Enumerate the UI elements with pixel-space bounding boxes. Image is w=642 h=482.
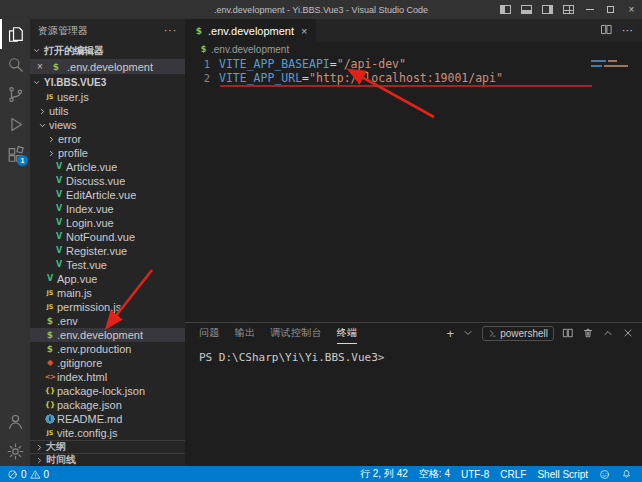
tree-folder-error[interactable]: error [30,132,185,146]
code-line-2[interactable]: 2VITE_APP_URL="http://localhost:19001/ap… [185,71,642,85]
eol-sequence[interactable]: CRLF [500,469,526,480]
search-icon[interactable] [0,49,30,79]
customize-layout-icon[interactable] [558,0,579,19]
minimap[interactable] [591,60,639,70]
extensions-icon[interactable]: 1 [0,139,30,169]
chevron-down-icon [30,46,42,55]
titlebar-controls: × [495,0,642,19]
tree-file-main.js[interactable]: JSmain.js [30,286,185,300]
error-icon [7,469,18,480]
panel-tab-terminal[interactable]: 终端 [337,323,358,344]
json-file-icon: {} [43,398,57,412]
toggle-panel-icon[interactable] [516,0,537,19]
account-icon[interactable] [0,406,30,436]
tree-file-package-lock.json[interactable]: {}package-lock.json [30,384,185,398]
split-editor-icon[interactable] [600,22,613,40]
vue-file-icon: V [52,244,66,258]
terminal-dropdown-icon[interactable] [462,325,474,343]
file-label: profile [58,147,88,159]
file-label: Index.vue [66,203,114,215]
status-bar: 0 0 行 2, 列 42 空格: 4 UTF-8 CRLF Shell Scr… [0,466,642,482]
tree-file-package.json[interactable]: {}package.json [30,398,185,412]
tree-file-user.js[interactable]: JSuser.js [30,90,185,104]
language-mode[interactable]: Shell Script [537,469,588,480]
tab-close-icon[interactable]: × [301,25,307,37]
toggle-primary-sidebar-icon[interactable] [495,0,516,19]
chevron-right-icon [33,456,45,465]
tree-file-permission.js[interactable]: JSpermission.js [30,300,185,314]
code-line-1[interactable]: 1VITE_APP_BASEAPI="/api-dev" [185,57,642,71]
file-label: permission.js [57,301,121,313]
open-editors-header[interactable]: 打开的编辑器 [30,42,185,59]
minimize-button[interactable] [579,0,600,19]
tree-file-Article.vue[interactable]: VArticle.vue [30,160,185,174]
code-editor[interactable]: 1VITE_APP_BASEAPI="/api-dev"2VITE_APP_UR… [185,57,642,322]
feedback-smiley-icon[interactable] [599,469,610,480]
breadcrumb[interactable]: $ .env.development [185,42,642,57]
indentation[interactable]: 空格: 4 [419,467,450,481]
env-file-icon: $ [43,314,57,328]
sidebar-section-outline[interactable]: 大纲 [30,440,185,453]
panel-header: 问题输出调试控制台终端 + powershell [185,323,642,344]
shell-selector-button[interactable]: powershell [482,326,554,341]
js-file-icon: JS [43,286,57,300]
maximize-panel-icon[interactable] [602,325,614,343]
editor-area: $ .env.development × ⋯ $ .env.developmen… [185,19,642,466]
source-control-icon[interactable] [0,79,30,109]
code-text: VITE_APP_BASEAPI="/api-dev" [219,57,406,71]
tree-file-NotFound.vue[interactable]: VNotFound.vue [30,230,185,244]
tree-file-App.vue[interactable]: VApp.vue [30,272,185,286]
project-root-header[interactable]: YI.BBS.VUE3 [30,74,185,90]
run-debug-icon[interactable] [0,109,30,139]
sidebar-section-timeline[interactable]: 时间线 [30,453,185,466]
tree-file-.gitignore[interactable]: ◆.gitignore [30,356,185,370]
close-icon[interactable]: × [37,61,45,72]
close-window-button[interactable]: × [621,0,642,19]
explorer-icon[interactable] [0,19,30,49]
warning-icon [30,469,41,480]
tree-file-.env[interactable]: $.env [30,314,185,328]
sidebar-more-actions-icon[interactable]: ··· [164,25,177,36]
env-file-icon: $ [43,342,57,356]
toggle-secondary-sidebar-icon[interactable] [537,0,558,19]
tree-file-.env.production[interactable]: $.env.production [30,342,185,356]
open-editor-item[interactable]: × $ .env.development [30,59,185,74]
env-file-icon: $ [43,328,57,342]
tree-file-Test.vue[interactable]: VTest.vue [30,258,185,272]
panel-tab-output[interactable]: 输出 [235,323,256,344]
file-label: error [58,133,81,145]
panel-tab-debug-console[interactable]: 调试控制台 [270,323,322,344]
new-terminal-icon[interactable]: + [447,326,455,341]
split-terminal-icon[interactable] [562,325,574,343]
tree-file-Discuss.vue[interactable]: VDiscuss.vue [30,174,185,188]
maximize-button[interactable] [600,0,621,19]
js-file-icon: JS [43,90,57,104]
cursor-position[interactable]: 行 2, 列 42 [360,467,408,481]
settings-gear-icon[interactable] [0,436,30,466]
tree-file-Login.vue[interactable]: VLogin.vue [30,216,185,230]
tab-env-development[interactable]: $ .env.development × [185,19,316,42]
notifications-bell-icon[interactable] [621,469,632,480]
close-panel-icon[interactable] [622,325,634,343]
token-operator: = [302,71,309,85]
tree-file-vite.config.js[interactable]: JSvite.config.js [30,426,185,440]
vscode-window: .env.development - Yi.BBS.Vue3 - Visual … [0,0,642,482]
tree-file-EditArticle.vue[interactable]: VEditArticle.vue [30,188,185,202]
tree-file-index.html[interactable]: <>index.html [30,370,185,384]
problems-status[interactable]: 0 0 [7,469,49,480]
panel-tab-problems[interactable]: 问题 [199,323,220,344]
encoding[interactable]: UTF-8 [461,469,489,480]
more-actions-icon[interactable]: ⋯ [622,24,633,37]
tree-folder-profile[interactable]: profile [30,146,185,160]
tree-file-.env.development[interactable]: $.env.development [30,328,185,342]
tree-file-Register.vue[interactable]: VRegister.vue [30,244,185,258]
tree-folder-views[interactable]: views [30,118,185,132]
breadcrumb-file: .env.development [211,44,289,55]
tree-folder-utils[interactable]: utils [30,104,185,118]
tree-file-Index.vue[interactable]: VIndex.vue [30,202,185,216]
kill-terminal-icon[interactable] [582,325,594,343]
file-label: Test.vue [66,259,107,271]
terminal-output[interactable]: PS D:\CSharp\Yi\Yi.BBS.Vue3> [185,344,642,466]
warning-count: 0 [44,469,50,480]
tree-file-README.md[interactable]: iREADME.md [30,412,185,426]
